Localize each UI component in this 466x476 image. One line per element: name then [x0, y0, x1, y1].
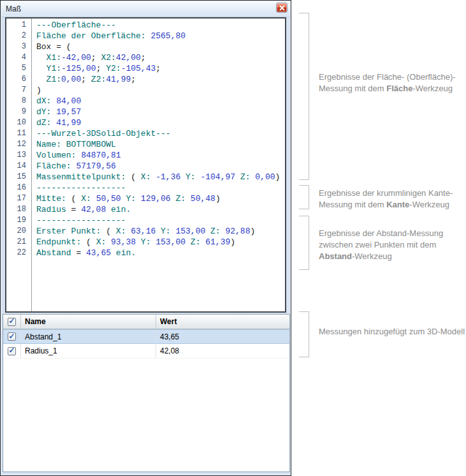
- text-run: Massenmittelpunkt:: [36, 172, 131, 182]
- text-run: X2:: [101, 53, 115, 63]
- annotation-text-run: Ergebnisse der Fläche- (Oberfläche)-: [319, 72, 456, 82]
- row-checkbox-cell: ✓: [3, 344, 21, 358]
- text-run: =: [71, 205, 82, 214]
- text-run: 63,16: [131, 227, 161, 236]
- text-run: Z:: [175, 194, 190, 204]
- editor-line-text: ------------------: [31, 215, 126, 226]
- header-checkbox[interactable]: ✓: [8, 318, 16, 326]
- window-titlebar[interactable]: Maß: [1, 1, 290, 17]
- line-number: 16: [6, 182, 31, 193]
- editor-line: 18Radius = 42,08 ein.: [6, 204, 285, 215]
- row-checkbox[interactable]: ✓: [8, 332, 16, 341]
- text-run: Z:: [210, 227, 225, 236]
- annotation-text-run: Messung mit dem: [319, 200, 386, 209]
- table-row[interactable]: ✓Abstand_143,65: [3, 329, 289, 344]
- editor-line-text: Y1:-125,00; Y2:-105,43;: [31, 63, 161, 74]
- editor-line-text: Endpunkt: ( X: 93,38 Y: 153,00 Z: 61,39): [31, 237, 235, 248]
- text-run: ein.: [116, 248, 136, 258]
- editor-line-text: Fläche: 57179,56: [31, 161, 116, 172]
- close-button[interactable]: [276, 3, 288, 13]
- line-number: 3: [6, 41, 31, 52]
- line-number: 1: [6, 20, 31, 31]
- column-header-name[interactable]: Name: [21, 315, 156, 329]
- text-run: [36, 53, 47, 63]
- editor-line: 8dX: 84,00: [6, 96, 285, 107]
- column-header-wert[interactable]: Wert: [156, 315, 289, 329]
- text-run: 84870,81: [81, 151, 120, 160]
- text-run: ;: [131, 75, 136, 84]
- header-checkbox-cell[interactable]: ✓: [3, 315, 21, 329]
- annotation-text-run: Messungen hinzugefügt zum 3D-Modell: [319, 327, 465, 336]
- text-run: -105,43: [121, 64, 156, 73]
- text-run: ;: [96, 64, 106, 73]
- text-run: X1:: [47, 53, 61, 63]
- check-mark-icon: ✓: [8, 332, 15, 340]
- column-header-wert-label: Wert: [160, 317, 177, 326]
- text-run: X:: [141, 172, 156, 182]
- editor-line-text: dY: 19,57: [31, 107, 81, 117]
- editor-line-text: Z1:0,00; Z2:41,99;: [31, 74, 136, 85]
- text-run: 57179,56: [76, 161, 115, 171]
- text-run: ): [250, 227, 255, 236]
- annotation-text-run: zwischen zwei Punkten mit dem: [319, 240, 436, 249]
- text-run: Fläche der Oberfläche:: [36, 31, 150, 41]
- text-run: 41,99: [106, 75, 131, 84]
- measure-window: Maß 1---Oberfläche---2Fläche der Oberflä…: [0, 0, 291, 476]
- text-run: Endpunkt:: [36, 237, 86, 247]
- annotation-text-run: Abstand: [319, 251, 352, 261]
- editor-line-text: Fläche der Oberfläche: 2565,80: [31, 31, 186, 41]
- measurements-table[interactable]: ✓ Name Wert ✓Abstand_143,65✓Radius_142,0…: [3, 314, 290, 472]
- editor-line-text: Massenmittelpunkt: ( X: -1,36 Y: -104,97…: [31, 172, 280, 182]
- editor-line: 14Fläche: 57179,56: [6, 161, 285, 172]
- text-run: 93,38: [111, 237, 141, 247]
- line-number: 4: [6, 52, 31, 63]
- text-run: Y:: [186, 172, 200, 182]
- line-number: 7: [6, 85, 31, 96]
- table-row[interactable]: ✓Radius_142,08: [3, 344, 289, 359]
- text-run: Z:: [191, 237, 205, 247]
- text-run: ): [275, 172, 280, 182]
- line-number: 5: [6, 63, 31, 74]
- text-run: [36, 64, 47, 73]
- line-number: 10: [6, 117, 31, 128]
- text-run: 41,99: [56, 118, 81, 128]
- editor-line: 20Erster Punkt: ( X: 63,16 Y: 153,00 Z: …: [6, 226, 285, 237]
- text-run: dZ:: [36, 118, 56, 128]
- editor-line-text: ---Oberfläche---: [31, 20, 116, 31]
- row-wert-cell: 42,08: [156, 344, 289, 358]
- text-run: Box = (: [36, 42, 71, 52]
- annotation-text-run: Kante: [386, 200, 409, 209]
- text-run: ): [215, 194, 221, 204]
- annotation-abstand: Ergebnisse der Abstand-Messungzwischen z…: [319, 228, 466, 262]
- text-run: ;: [156, 64, 161, 73]
- text-run: X:: [96, 237, 111, 247]
- editor-line: 11---Wurzel-3DSolid-Objekt---: [6, 128, 285, 139]
- measurement-output-editor[interactable]: 1---Oberfläche---2Fläche der Oberfläche:…: [5, 17, 286, 313]
- editor-line-text: Mitte: ( X: 50,50 Y: 129,06 Z: 50,48): [31, 193, 221, 204]
- text-run: 42,08: [81, 205, 111, 214]
- editor-line-text: ------------------: [31, 182, 126, 193]
- text-run: ;: [91, 53, 101, 63]
- row-name-cell: Abstand_1: [21, 330, 156, 343]
- editor-line: 5 Y1:-125,00; Y2:-105,43;: [6, 63, 285, 74]
- annotation-line: Ergebnisse der Abstand-Messung: [319, 228, 466, 239]
- row-checkbox-cell: ✓: [3, 330, 21, 343]
- annotation-text-run: -Werkzeug: [409, 200, 449, 209]
- annotation-text-run: -Werkzeug: [352, 251, 392, 261]
- line-number: 22: [6, 248, 31, 258]
- text-run: Y:: [141, 237, 156, 247]
- text-run: Y2:: [106, 64, 120, 73]
- text-run: 50,48: [191, 194, 215, 204]
- text-run: Erster Punkt:: [36, 227, 106, 236]
- text-run: (: [86, 237, 96, 247]
- text-run: dY:: [36, 107, 56, 117]
- table-body: ✓Abstand_143,65✓Radius_142,08: [3, 329, 289, 359]
- text-run: (: [106, 227, 116, 236]
- text-run: ;: [81, 75, 91, 84]
- editor-line: 13Volumen: 84870,81: [6, 150, 285, 161]
- editor-line: 17Mitte: ( X: 50,50 Y: 129,06 Z: 50,48): [6, 193, 285, 204]
- row-checkbox[interactable]: ✓: [8, 347, 16, 355]
- text-run: 153,00: [156, 237, 191, 247]
- editor-line-text: dX: 84,00: [31, 96, 81, 107]
- line-number: 9: [6, 107, 31, 117]
